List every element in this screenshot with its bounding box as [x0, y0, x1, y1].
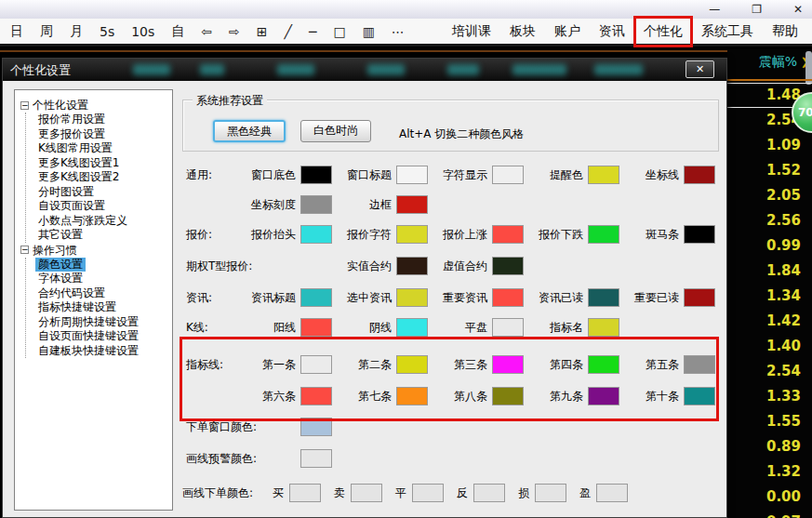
rectangle-icon[interactable]: □ — [326, 23, 352, 40]
menu-training[interactable]: 培训课 — [447, 21, 496, 42]
color-swatch[interactable] — [684, 387, 715, 405]
amplitude-value: 1.55 — [727, 409, 812, 434]
white-fashion-button[interactable]: 白色时尚 — [300, 120, 371, 142]
color-swatch[interactable] — [588, 387, 619, 405]
tree-item[interactable]: 颜色设置 — [35, 258, 86, 272]
color-swatch[interactable] — [684, 288, 715, 307]
tree-item[interactable]: 分时图设置 — [35, 185, 97, 200]
minimize-icon[interactable]: — — [709, 0, 720, 19]
tree-item[interactable]: 字体设置 — [35, 272, 86, 286]
tree-group[interactable]: −操作习惯 — [19, 243, 170, 258]
color-swatch[interactable] — [588, 318, 619, 337]
layout-grid-icon[interactable]: ⊞ — [250, 23, 274, 40]
menu-personalization[interactable]: 个性化 — [639, 21, 687, 42]
period-month-icon[interactable]: 月 — [63, 22, 89, 41]
histogram-icon[interactable]: ▥ — [356, 23, 381, 40]
color-swatch[interactable] — [588, 288, 619, 307]
color-swatch[interactable] — [492, 355, 524, 374]
period-10s-icon[interactable]: 10s — [125, 23, 161, 40]
blurred-background-text — [200, 64, 224, 75]
color-swatch[interactable] — [396, 195, 428, 214]
tree-item[interactable]: 自建板块快捷键设置 — [35, 344, 141, 359]
color-swatch[interactable] — [300, 166, 332, 184]
close-icon[interactable]: ✕ — [793, 0, 803, 19]
color-swatch[interactable] — [300, 418, 332, 436]
period-5s-icon[interactable]: 5s — [93, 23, 121, 40]
color-swatch[interactable] — [412, 484, 444, 502]
color-swatch[interactable] — [300, 387, 332, 405]
tree-item[interactable]: 小数点与涨跌定义 — [35, 214, 130, 229]
tree-item[interactable]: 自设页面快捷键设置 — [35, 329, 141, 344]
color-swatch[interactable] — [596, 484, 628, 502]
color-swatch[interactable] — [396, 318, 428, 337]
color-swatch[interactable] — [473, 484, 505, 502]
tree-item[interactable]: 其它设置 — [35, 228, 86, 243]
color-swatch[interactable] — [396, 257, 428, 275]
dialog-titlebar[interactable]: 个性化设置 ✕ — [3, 59, 726, 81]
amplitude-value: 1.84 — [727, 259, 812, 284]
tree-item[interactable]: 合约代码设置 — [35, 286, 108, 301]
color-swatch[interactable] — [396, 355, 428, 374]
color-swatch[interactable] — [684, 355, 715, 374]
tree-item[interactable]: 分析周期快捷键设置 — [35, 315, 141, 330]
color-swatch[interactable] — [492, 257, 524, 275]
color-swatch[interactable] — [300, 449, 332, 468]
color-swatch[interactable] — [492, 387, 524, 405]
color-swatch[interactable] — [535, 484, 566, 502]
forward-arrow-icon[interactable]: ⇨ — [222, 23, 246, 40]
color-swatch[interactable] — [289, 484, 321, 502]
dialog-close-icon[interactable]: ✕ — [686, 60, 714, 78]
menu-news[interactable]: 资讯 — [594, 21, 630, 42]
color-swatch[interactable] — [396, 387, 428, 405]
period-custom-icon[interactable]: 自 — [165, 22, 191, 41]
color-swatch[interactable] — [351, 484, 382, 502]
color-swatch[interactable] — [300, 225, 332, 244]
color-swatch[interactable] — [684, 166, 715, 184]
color-swatch[interactable] — [492, 288, 524, 307]
column-header-amplitude[interactable]: 震幅% — [759, 54, 797, 71]
color-swatch[interactable] — [300, 195, 332, 214]
color-swatch[interactable] — [396, 166, 428, 184]
horizontal-line-icon[interactable]: ─ — [302, 23, 323, 40]
tree-expander-icon[interactable]: − — [20, 101, 29, 110]
menu-account[interactable]: 账户 — [550, 21, 585, 42]
tree-item[interactable]: K线图常用设置 — [35, 141, 115, 156]
color-swatch[interactable] — [588, 166, 619, 184]
color-cell — [236, 448, 332, 469]
tree-item[interactable]: 指标快捷键设置 — [35, 300, 119, 315]
tree-item[interactable]: 报价常用设置 — [35, 113, 108, 127]
menu-sector[interactable]: 板块 — [505, 21, 540, 42]
period-week-icon[interactable]: 周 — [33, 22, 60, 41]
tree-item[interactable]: 自设页面设置 — [35, 199, 108, 214]
color-swatch[interactable] — [300, 355, 332, 374]
trendline-icon[interactable]: ╱ — [278, 23, 299, 40]
color-label: 第五条 — [646, 357, 679, 373]
tree-expander-icon[interactable]: − — [20, 246, 29, 254]
menu-help[interactable]: 帮助 — [767, 21, 803, 42]
tree-item[interactable]: 更多报价设置 — [35, 127, 108, 142]
tree-item[interactable]: 更多K线图设置2 — [35, 170, 123, 185]
color-cell: 买 — [273, 484, 321, 502]
back-arrow-icon[interactable]: ⇦ — [194, 23, 219, 40]
color-label: 卖 — [334, 485, 345, 501]
period-day-icon[interactable]: 日 — [4, 22, 30, 41]
color-swatch[interactable] — [492, 318, 524, 337]
black-classic-button[interactable]: 黑色经典 — [213, 120, 286, 142]
color-swatch[interactable] — [396, 288, 428, 307]
maximize-icon[interactable]: ❐ — [752, 0, 762, 19]
color-swatch[interactable] — [300, 318, 332, 337]
color-cell: 坐标刻度 — [236, 194, 332, 215]
tree-item[interactable]: 更多K线图设置1 — [35, 156, 123, 171]
color-cell: 第五条 — [619, 354, 715, 375]
color-swatch[interactable] — [492, 166, 524, 184]
menu-system-tools[interactable]: 系统工具 — [697, 21, 758, 42]
tree-group[interactable]: −个性化设置 — [19, 98, 170, 113]
more-icon[interactable]: ⋯ — [385, 23, 411, 40]
color-swatch[interactable] — [396, 225, 428, 244]
color-cell: 第六条 — [236, 386, 332, 406]
color-swatch[interactable] — [684, 225, 715, 244]
color-swatch[interactable] — [588, 225, 619, 244]
color-swatch[interactable] — [300, 288, 332, 307]
color-swatch[interactable] — [588, 355, 619, 374]
color-swatch[interactable] — [492, 225, 524, 244]
